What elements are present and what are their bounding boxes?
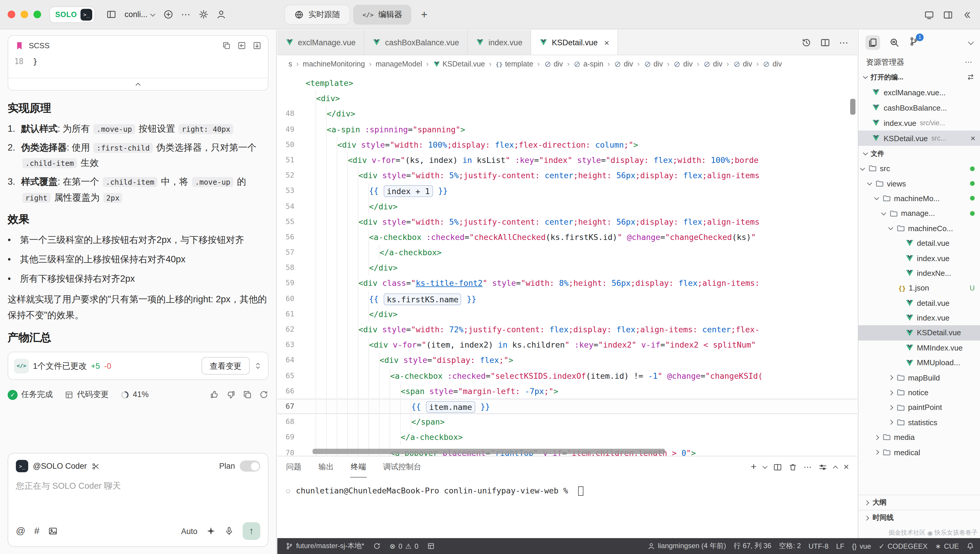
- chat-input[interactable]: 您正在与 SOLO Coder 聊天: [16, 481, 260, 522]
- zoom-window-button[interactable]: [33, 11, 41, 18]
- code-line[interactable]: 64<div style="display: flex;">: [277, 353, 857, 368]
- minimize-window-button[interactable]: [21, 11, 28, 18]
- open-editor-item[interactable]: cashBoxBalance...: [858, 100, 980, 115]
- line-number[interactable]: 57: [277, 245, 305, 260]
- tree-item-MMUpload...[interactable]: MMUpload...: [858, 355, 980, 370]
- breadcrumb-item[interactable]: div: [614, 60, 633, 68]
- tree-item-paintPoint[interactable]: paintPoint: [858, 400, 980, 415]
- terminal-output[interactable]: ○ chunletian@ChunledeMacBook-Pro conlin-…: [277, 477, 857, 538]
- agent-name[interactable]: @SOLO Coder: [33, 461, 87, 471]
- timeline-section-header[interactable]: 时间线: [858, 510, 980, 525]
- indentation-status[interactable]: 空格: 2: [779, 541, 801, 551]
- line-number[interactable]: [277, 91, 305, 106]
- project-switcher[interactable]: conli...: [124, 10, 154, 19]
- copy-code-icon[interactable]: [222, 41, 231, 50]
- close-panel-icon[interactable]: ×: [843, 461, 849, 472]
- line-number[interactable]: 54: [277, 198, 305, 214]
- close-icon[interactable]: ×: [970, 134, 975, 143]
- tree-item-indexNe...[interactable]: indexNe...: [858, 265, 980, 281]
- collapse-icon[interactable]: [958, 6, 975, 24]
- line-number[interactable]: 62: [277, 322, 305, 337]
- explorer-view-icon[interactable]: [865, 35, 880, 50]
- breadcrumb-item[interactable]: div: [674, 60, 693, 68]
- code-line[interactable]: <div>: [277, 91, 857, 106]
- model-auto-select[interactable]: Auto: [181, 527, 197, 535]
- code-line[interactable]: 63<div v-for="(item, index2) in ks.child…: [277, 337, 857, 352]
- line-number[interactable]: 49: [277, 121, 305, 137]
- line-number[interactable]: 60: [277, 291, 305, 306]
- breadcrumb-item[interactable]: div: [644, 60, 663, 68]
- tree-item-MMIndex.vue[interactable]: MMIndex.vue: [858, 340, 980, 355]
- line-number[interactable]: 52: [277, 168, 305, 183]
- terminal-tab-输出[interactable]: 输出: [318, 457, 334, 477]
- history-icon[interactable]: [797, 34, 815, 51]
- language-mode-status[interactable]: {}vue: [852, 542, 871, 550]
- tree-item-mapBuild[interactable]: mapBuild: [858, 370, 980, 385]
- code-changes-icon[interactable]: [65, 390, 73, 399]
- tree-item-KSDetail.vue[interactable]: KSDetail.vue: [858, 326, 980, 340]
- close-tab-icon[interactable]: ×: [604, 37, 609, 47]
- line-number[interactable]: 56: [277, 229, 305, 245]
- code-line[interactable]: 57</a-checkbox>: [277, 245, 857, 260]
- code-editor[interactable]: <template><div>48</div>49<a-spin :spinni…: [277, 73, 857, 456]
- view-changes-button[interactable]: 查看变更: [202, 357, 250, 375]
- code-changes-label[interactable]: 代码变更: [77, 388, 109, 401]
- line-number[interactable]: 65: [277, 368, 305, 383]
- code-line[interactable]: 58</div>: [277, 260, 857, 276]
- line-number[interactable]: 51: [277, 152, 305, 168]
- plan-toggle[interactable]: [240, 460, 260, 472]
- line-number[interactable]: 68: [277, 414, 305, 429]
- encoding-status[interactable]: UTF-8: [808, 542, 829, 550]
- editor-tab-index.vue[interactable]: index.vue: [468, 30, 531, 55]
- code-line[interactable]: 65<a-checkbox :checked="selectKSIDS.inde…: [277, 368, 857, 383]
- code-line[interactable]: 55<div style="width: 5%;justify-content:…: [277, 214, 857, 229]
- outline-section-header[interactable]: 大纲: [858, 495, 980, 510]
- breadcrumb-item[interactable]: {}template: [496, 60, 533, 68]
- tree-item-1.json[interactable]: {}1.jsonU: [858, 281, 980, 295]
- open-editor-item[interactable]: KSDetail.vuesrc...×: [858, 131, 980, 146]
- eol-status[interactable]: LF: [836, 542, 844, 550]
- git-blame-status[interactable]: liangmingsen (4 年前): [647, 541, 726, 551]
- tab-editor[interactable]: </> 编辑器: [353, 5, 412, 25]
- line-number[interactable]: 69: [277, 429, 305, 445]
- open-editors-section-header[interactable]: 打开的编...: [858, 69, 980, 85]
- explorer-more-icon[interactable]: ⋯: [965, 57, 972, 67]
- cursor-position-status[interactable]: 行 67, 列 36: [734, 541, 772, 551]
- thumbs-up-icon[interactable]: [210, 390, 219, 399]
- line-number[interactable]: 70: [277, 445, 305, 456]
- tree-item-detail.vue[interactable]: detail.vue: [858, 295, 980, 311]
- code-line[interactable]: 51<div v-for="(ks, index) in ksList" :ke…: [277, 152, 857, 168]
- terminal-tab-终端[interactable]: 终端: [350, 457, 367, 477]
- line-number[interactable]: 50: [277, 137, 305, 152]
- vertical-scrollbar[interactable]: [850, 99, 856, 115]
- tree-item-manage...[interactable]: manage...: [858, 206, 980, 221]
- settings-gear-icon[interactable]: [194, 6, 212, 23]
- copy-message-icon[interactable]: [243, 390, 252, 399]
- breadcrumb-item[interactable]: a-spin: [574, 60, 603, 68]
- breadcrumb-item[interactable]: manageModel: [375, 60, 422, 68]
- breadcrumb-item[interactable]: machineMonitoring: [303, 60, 365, 68]
- source-control-view-icon[interactable]: 1: [909, 37, 919, 48]
- tree-item-machineMo...[interactable]: machineMo...: [858, 191, 980, 206]
- sync-status[interactable]: [373, 542, 381, 550]
- breadcrumb-item[interactable]: div: [733, 60, 752, 68]
- code-line[interactable]: 68</span>: [277, 414, 857, 429]
- add-view-tab-button[interactable]: +: [415, 8, 434, 21]
- code-line[interactable]: 60{{ ks.firstKS.name }}: [277, 291, 857, 306]
- code-line[interactable]: 61</div>: [277, 307, 857, 322]
- tree-item-index.vue[interactable]: index.vue: [858, 251, 980, 266]
- send-button[interactable]: ↑: [243, 522, 260, 540]
- tree-item-src[interactable]: src: [858, 161, 980, 176]
- context-button[interactable]: #: [34, 526, 40, 536]
- tree-item-index.vue[interactable]: index.vue: [858, 311, 980, 326]
- line-number[interactable]: 58: [277, 260, 305, 276]
- line-number[interactable]: 53: [277, 183, 305, 198]
- code-line[interactable]: 50<div style="width: 100%;display: flex;…: [277, 137, 857, 152]
- code-line[interactable]: 53{{ index + 1 }}: [277, 183, 857, 198]
- code-line[interactable]: 52<div style="width: 5%;justify-content:…: [277, 168, 857, 183]
- new-terminal-button[interactable]: +: [751, 461, 756, 473]
- thumbs-down-icon[interactable]: [226, 390, 235, 399]
- horizontal-scrollbar[interactable]: [313, 449, 665, 454]
- code-line[interactable]: 48</div>: [277, 106, 857, 121]
- more-icon[interactable]: ⋯: [177, 6, 194, 23]
